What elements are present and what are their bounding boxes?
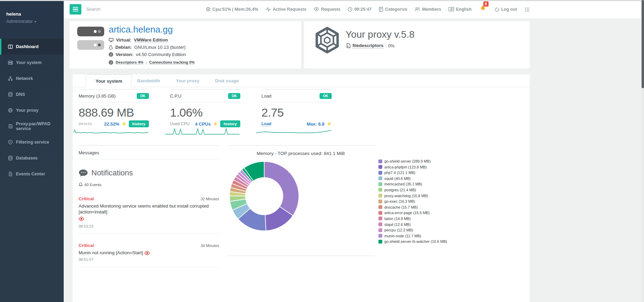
cpu-history-button[interactable]: history xyxy=(220,120,240,127)
cpu-mem-status[interactable]: Cpu:51% | Mem:26.4% xyxy=(206,7,258,12)
descriptors-link[interactable]: Descriptors 4% xyxy=(116,60,143,65)
logout-button[interactable]: Log out xyxy=(494,7,517,12)
book-icon xyxy=(379,7,383,12)
info-icon: i xyxy=(109,52,113,57)
bolt-icon: ⚡ xyxy=(213,121,218,126)
legend-item: dnscache (15.7 MB) xyxy=(378,205,465,209)
legend-item: tailon (14.9 MB) xyxy=(378,217,465,221)
connections-tracking-link[interactable]: Connections tracking 0% xyxy=(149,60,195,65)
tab-your-system[interactable]: Your system xyxy=(86,74,132,87)
active-requests-button[interactable]: Active Requests xyxy=(266,7,306,12)
power-icon xyxy=(494,7,499,12)
tab-disk-usage[interactable]: Disk usage xyxy=(215,74,239,87)
user-role-dropdown[interactable]: Administrator▾ xyxy=(6,19,36,24)
tab-your-proxy[interactable]: Your proxy xyxy=(176,74,199,87)
events-count: 60 Events xyxy=(79,182,219,187)
scrollbar-thumb[interactable] xyxy=(642,0,644,88)
memory-status-badge: OK xyxy=(137,93,149,99)
chevron-down-icon: ▾ xyxy=(35,20,36,24)
list-check-icon xyxy=(524,7,530,12)
sidebar-item-your-proxy[interactable]: Your proxy xyxy=(0,102,64,118)
filedescriptors-link[interactable]: filedescriptors xyxy=(352,43,384,48)
memory-donut xyxy=(227,159,301,233)
notifications-bell-button[interactable]: 8 xyxy=(480,6,486,13)
legend-item: go-exec (16.3 MB) xyxy=(378,199,465,203)
proxy-version-card: Your proxy v.5.8 filedescriptors : 0% xyxy=(304,21,530,68)
cpu-used-label: Used CPU xyxy=(170,121,190,126)
descriptors-line: i Descriptors 4% | Connections tracking … xyxy=(109,59,195,66)
legend-swatch xyxy=(378,194,382,198)
message-item: Critical 34 Minutes Munin not running [A… xyxy=(79,243,219,267)
requests-button[interactable]: Requests xyxy=(314,7,340,12)
dashboard-main-panel: Your system Bandwidth Your proxy Disk us… xyxy=(73,74,530,302)
view-event-eye-icon[interactable] xyxy=(144,251,150,255)
legend-swatch xyxy=(378,240,382,244)
members-button[interactable]: Members xyxy=(414,7,441,12)
linux-icon xyxy=(109,45,113,50)
shield-icon xyxy=(8,140,13,145)
legend-item: php7.4 (121.1 MB) xyxy=(378,171,465,175)
sidebar-item-network[interactable]: Network xyxy=(0,71,64,86)
hostname-link[interactable]: artica.helena.gg xyxy=(109,24,173,35)
message-text: Munin not running [Action=Start] xyxy=(79,250,219,256)
cpu-value: 1.06% xyxy=(170,106,240,119)
page-scrollbar xyxy=(641,0,644,302)
tab-bar: Your system Bandwidth Your proxy Disk us… xyxy=(73,74,530,87)
legend-item: go-shield-server (289.9 MB) xyxy=(378,159,465,163)
clock-status[interactable]: 09:25:47 xyxy=(348,7,372,12)
sidebar-item-dashboard[interactable]: Dashboard xyxy=(0,39,64,55)
cpu-count-link[interactable]: 4 CPUs xyxy=(195,121,211,127)
bolt-icon: ⚡ xyxy=(327,121,332,126)
server-illustration xyxy=(77,27,104,54)
sidebar-item-your-system[interactable]: Your system xyxy=(0,55,64,71)
donut-segment xyxy=(264,162,299,216)
sidebar-item-filtering[interactable]: Filtering service xyxy=(0,134,64,150)
user-name: helena xyxy=(6,11,36,17)
database-icon xyxy=(8,156,13,161)
user-menu[interactable]: helena Administrator▾ xyxy=(6,11,36,24)
sidebar-item-events-center[interactable]: Events Center xyxy=(0,166,64,182)
legend-swatch xyxy=(378,200,382,203)
sidebar-item-proxy-pac[interactable]: Proxy.pac/WPAD service xyxy=(0,118,64,134)
legend-swatch xyxy=(378,222,382,226)
search-input[interactable] xyxy=(86,7,200,12)
hamburger-menu-button[interactable] xyxy=(70,4,81,15)
load-status-badge: OK xyxy=(320,93,332,99)
severity-label: Critical xyxy=(79,243,94,248)
info-icon: i xyxy=(109,60,113,65)
legend-item: memcached (35.1 MB) xyxy=(378,182,465,186)
task-list-button[interactable] xyxy=(524,7,530,12)
legend-swatch xyxy=(378,182,382,186)
users-icon xyxy=(414,7,420,11)
memory-history-button[interactable]: history xyxy=(129,120,149,127)
network-icon xyxy=(8,76,13,81)
legend-item: artica-error-page (15.5 MB) xyxy=(378,211,465,215)
language-selector[interactable]: A English xyxy=(448,7,472,12)
legend-swatch xyxy=(378,171,382,175)
legend-swatch xyxy=(378,176,382,180)
memory-value: 888.69 MB xyxy=(79,106,149,119)
categorize-button[interactable]: Categorize xyxy=(379,7,407,12)
legend-swatch xyxy=(378,211,382,215)
load-max-link[interactable]: Max: 6.8 xyxy=(307,121,324,127)
view-event-eye-icon[interactable] xyxy=(79,217,84,221)
file-icon xyxy=(8,172,13,176)
message-age: 32 Minutes xyxy=(200,197,219,201)
sidebar-item-dns[interactable]: DNS xyxy=(0,86,64,102)
server-icon xyxy=(8,60,13,65)
severity-label: Critical xyxy=(79,196,94,201)
load-link[interactable]: Load xyxy=(261,121,271,127)
database-icon xyxy=(8,92,13,97)
load-value: 2.75 xyxy=(261,106,332,119)
vmware-edition-link[interactable]: VMWare Edition xyxy=(134,37,168,43)
cpu-metric-widget: C.P.U OK 1.06% Used CPU 4 CPUs ⚡ history xyxy=(170,89,240,136)
memory-percent-link[interactable]: 22.52% xyxy=(104,121,119,127)
language-icon: A xyxy=(448,7,454,11)
cpu-metric-title: C.P.U xyxy=(170,93,181,99)
sidebar-item-databases[interactable]: Databases xyxy=(0,150,64,166)
legend-item: squid (40.6 MB) xyxy=(378,176,465,181)
eye-icon xyxy=(314,7,319,11)
load-sparkline xyxy=(256,127,331,136)
memory-metric-title: Memory (3.85 GB) xyxy=(79,93,116,99)
tab-bandwidth[interactable]: Bandwidth xyxy=(137,74,160,87)
